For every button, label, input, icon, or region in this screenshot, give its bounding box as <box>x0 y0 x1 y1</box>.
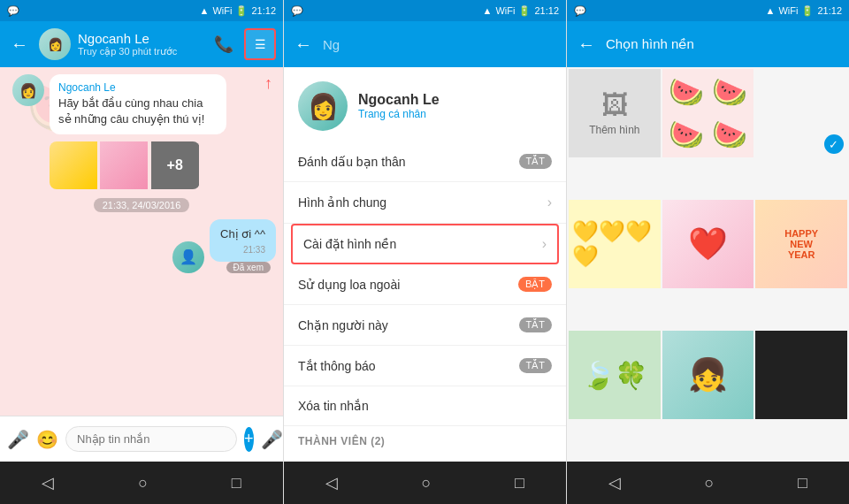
menu-label-favorite: Đánh dấu bạn thân <box>298 155 406 169</box>
toggle-speaker[interactable]: BẬT <box>518 277 552 292</box>
wallpaper-black[interactable] <box>755 331 847 419</box>
message-input[interactable] <box>65 426 237 452</box>
menu-item-mute[interactable]: Tắt thông báo TẮT <box>284 346 566 386</box>
profile-name: Ngocanh Le <box>358 92 440 108</box>
battery-icon: 🔋 <box>235 5 248 17</box>
nav-back-1[interactable]: ◁ <box>24 466 72 500</box>
profile-info: Ngocanh Le Trang cá nhân <box>358 92 440 120</box>
appbar-actions: 📞 ☰ <box>214 28 276 60</box>
wallpaper-grid: 🖼 Thêm hình 🍉🍉🍉🍉 ✓ 💛💛💛💛 ❤️ HAPPYNEWYEAR <box>567 67 849 462</box>
wallpaper-watermelon[interactable]: 🍉🍉🍉🍉 <box>662 69 754 157</box>
chat-messages[interactable]: 👩 Ngocanh Le Hãy bắt đầu cùng nhau chia … <box>0 67 283 416</box>
message-row-sent: Chị ơi ^^ 21:33 Đã xem 👤 <box>7 219 276 272</box>
message-row-received: 👩 Ngocanh Le Hãy bắt đầu cùng nhau chia … <box>7 74 276 189</box>
menu-item-delete[interactable]: Xóa tin nhắn <box>284 386 566 426</box>
time-display-2: 21:12 <box>534 5 559 16</box>
status-left: 💬 <box>7 5 19 17</box>
profile-avatar[interactable]: 👩 <box>298 81 348 131</box>
toggle-favorite[interactable]: TẮT <box>519 154 552 169</box>
members-row: + Thêm 👤 Tôi 👩 Ngocanh Le <box>284 453 566 462</box>
sender-message: Hãy bắt đầu cùng nhau chia sẻ những câu … <box>58 95 218 127</box>
nav-recent-2[interactable]: □ <box>497 467 542 500</box>
received-bubble: Ngocanh Le Hãy bắt đầu cùng nhau chia sẻ… <box>50 74 226 134</box>
back-button-3[interactable]: ← <box>574 31 599 58</box>
sent-time: 21:33 <box>220 245 265 255</box>
nav-recent-3[interactable]: □ <box>780 467 825 500</box>
nav-home-2[interactable]: ○ <box>404 467 449 500</box>
chevron-gallery: › <box>547 195 552 210</box>
menu-right-gallery: › <box>547 195 552 210</box>
photo-3: +8 <box>151 141 199 189</box>
menu-arrow-indicator: ↑ <box>264 74 272 93</box>
menu-item-block[interactable]: Chặn người này TẮT <box>284 305 566 346</box>
sent-bubble: Chị ơi ^^ 21:33 <box>210 219 276 261</box>
wallpaper-girl[interactable]: 👧 <box>662 331 754 419</box>
wallpaper-happy-new-year[interactable]: HAPPYNEWYEAR <box>755 200 847 288</box>
menu-item-speaker[interactable]: Sử dụng loa ngoài BẬT <box>284 264 566 305</box>
time-display-3: 21:12 <box>817 5 842 16</box>
signal-icon-3: ▲ <box>766 5 776 16</box>
chat-input-bar: 🎤 😊 + 🎤 ✈ <box>0 416 283 462</box>
wifi-icon: WiFi <box>212 5 232 16</box>
menu-label-wallpaper: Cài đặt hình nền <box>303 237 396 251</box>
contact-info: Ngocanh Le Truy cập 30 phút trước <box>78 31 207 57</box>
date-label: 21:33, 24/03/2016 <box>94 198 190 212</box>
photo-grid[interactable]: +8 <box>50 141 200 189</box>
contact-name-1: Ngocanh Le <box>78 31 207 46</box>
wallpaper-gray[interactable]: ✓ <box>755 69 847 157</box>
emoji-button[interactable]: 😊 <box>36 429 58 450</box>
mic-button[interactable]: 🎤 <box>7 429 29 450</box>
toggle-block[interactable]: TẮT <box>519 317 552 332</box>
back-button-1[interactable]: ← <box>7 31 32 58</box>
menu-item-wallpaper[interactable]: Cài đặt hình nền › <box>291 224 559 264</box>
wifi-icon-2: WiFi <box>495 5 515 16</box>
sender-name: Ngocanh Le <box>58 81 218 94</box>
signal-icon-2: ▲ <box>483 5 493 16</box>
back-button-2[interactable]: ← <box>291 31 316 58</box>
add-photo-icon: 🖼 <box>601 90 628 120</box>
chat-panel: 💬 ▲ WiFi 🔋 21:12 ← 👩 Ngocanh Le Truy cập… <box>0 0 283 504</box>
menu-item-favorite[interactable]: Đánh dấu bạn thân TẮT <box>284 141 566 182</box>
hamburger-icon: ☰ <box>255 37 266 51</box>
menu-list: Đánh dấu bạn thân TẮT Hình ảnh chung › C… <box>284 141 566 462</box>
menu-right-wallpaper: › <box>542 236 547 252</box>
menu-label-delete: Xóa tin nhắn <box>298 399 369 413</box>
toggle-mute[interactable]: TẮT <box>519 358 552 373</box>
status-bar-3: 💬 ▲ WiFi 🔋 21:12 <box>567 0 849 21</box>
messenger-icon-3: 💬 <box>574 5 586 17</box>
wallpaper-yellow-hearts[interactable]: 💛💛💛💛 <box>569 200 661 288</box>
seen-label: Đã xem <box>226 262 271 273</box>
wallpaper-title: Chọn hình nền <box>606 36 694 52</box>
wallpaper-panel: 💬 ▲ WiFi 🔋 21:12 ← Chọn hình nền 🖼 Thêm … <box>566 0 849 504</box>
nav-home-1[interactable]: ○ <box>120 467 165 500</box>
nav-back-2[interactable]: ◁ <box>308 466 356 500</box>
status-left-3: 💬 <box>574 5 586 17</box>
attach-button[interactable]: + <box>244 427 254 452</box>
nav-recent-1[interactable]: □ <box>214 467 259 500</box>
messenger-icon: 💬 <box>7 5 19 17</box>
photo-more-count: +8 <box>151 141 199 189</box>
messenger-icon-2: 💬 <box>291 5 303 17</box>
wifi-icon-3: WiFi <box>778 5 798 16</box>
call-button[interactable]: 📞 <box>214 34 233 54</box>
mic-button-2[interactable]: 🎤 <box>261 429 283 450</box>
status-right: ▲ WiFi 🔋 21:12 <box>200 5 276 17</box>
wallpaper-pink-love[interactable]: ❤️ <box>662 200 754 288</box>
nav-back-3[interactable]: ◁ <box>591 466 639 500</box>
photo-2 <box>100 141 148 189</box>
nav-home-3[interactable]: ○ <box>687 467 732 500</box>
app-bar-1: ← 👩 Ngocanh Le Truy cập 30 phút trước 📞 … <box>0 21 283 67</box>
contact-status-1: Truy cập 30 phút trước <box>78 46 207 57</box>
battery-icon-3: 🔋 <box>801 5 814 17</box>
add-photo-cell[interactable]: 🖼 Thêm hình <box>569 69 661 157</box>
app-bar-title-short: Ng <box>323 37 340 52</box>
menu-label-gallery: Hình ảnh chung <box>298 195 386 210</box>
photo-1 <box>50 141 97 189</box>
sender-avatar: 👩 <box>12 74 44 106</box>
menu-button[interactable]: ☰ <box>244 28 276 60</box>
nav-bar-1: ◁ ○ □ <box>0 462 283 504</box>
wallpaper-green[interactable]: 🍃🍀 <box>569 331 661 419</box>
menu-label-block: Chặn người này <box>298 318 388 332</box>
menu-right-favorite: TẮT <box>519 154 552 169</box>
menu-item-gallery[interactable]: Hình ảnh chung › <box>284 182 566 224</box>
